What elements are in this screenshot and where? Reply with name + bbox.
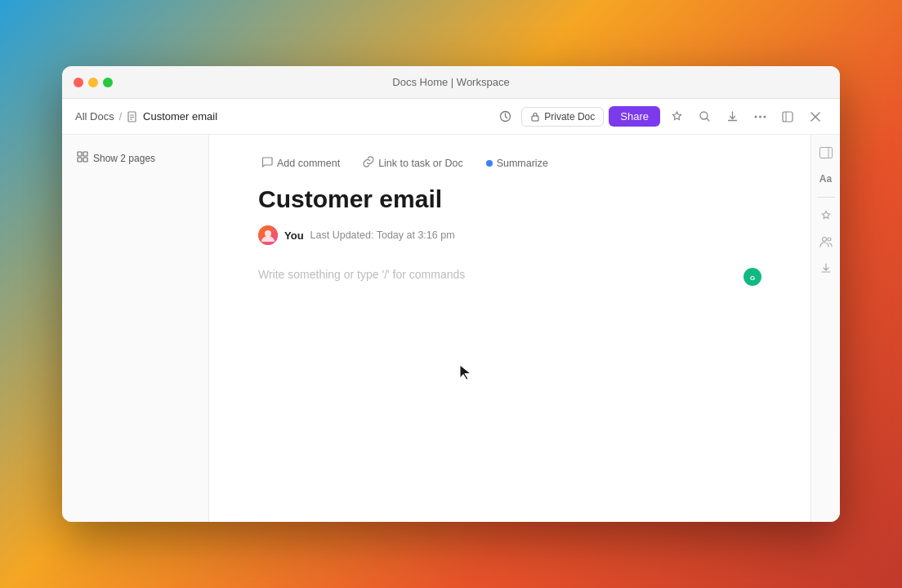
- private-doc-button[interactable]: Private Doc: [521, 107, 604, 127]
- more-options-button[interactable]: [748, 105, 771, 128]
- traffic-lights: [74, 78, 113, 87]
- svg-rect-24: [819, 148, 832, 158]
- download-right-button[interactable]: [815, 256, 837, 279]
- people-button[interactable]: [815, 230, 837, 253]
- star-right-button[interactable]: [815, 204, 837, 227]
- author-name: You: [284, 229, 304, 242]
- svg-point-10: [759, 115, 761, 118]
- add-comment-label: Add comment: [277, 158, 340, 169]
- svg-text:G: G: [750, 274, 755, 282]
- link-icon: [363, 156, 374, 170]
- ai-icon: G: [743, 268, 761, 286]
- show-pages-label: Show 2 pages: [93, 153, 155, 164]
- svg-rect-16: [78, 152, 82, 156]
- doc-content: Add comment Link to task or Doc: [209, 135, 810, 522]
- export-button[interactable]: [721, 105, 743, 128]
- link-task-button[interactable]: Link to task or Doc: [359, 154, 467, 172]
- doc-toolbar: Add comment Link to task or Doc: [258, 154, 761, 172]
- font-size-button[interactable]: Aa: [815, 167, 837, 190]
- font-icon: Aa: [819, 173, 832, 185]
- star-button[interactable]: [665, 105, 688, 128]
- main-area: Show 2 pages Add comment: [62, 135, 840, 522]
- show-pages-button[interactable]: Show 2 pages: [72, 148, 199, 168]
- minimize-button[interactable]: [88, 78, 98, 87]
- private-doc-label: Private Doc: [544, 111, 595, 122]
- write-area[interactable]: Write something or type '/' for commands…: [258, 268, 761, 286]
- app-window: Docs Home | Workspace All Docs / Custome…: [62, 66, 840, 522]
- history-button[interactable]: [493, 105, 516, 128]
- link-task-label: Link to task or Doc: [378, 158, 463, 169]
- author-row: You Last Updated: Today at 3:16 pm: [258, 225, 761, 245]
- svg-line-7: [707, 118, 709, 121]
- search-button[interactable]: [693, 105, 716, 128]
- comment-icon: [261, 156, 273, 170]
- maximize-button[interactable]: [103, 78, 113, 87]
- collapse-button[interactable]: [776, 105, 799, 128]
- breadcrumb-current: Customer email: [143, 110, 217, 122]
- window-title: Docs Home | Workspace: [392, 76, 509, 88]
- divider: [817, 197, 835, 198]
- svg-rect-12: [783, 112, 793, 122]
- title-bar: Docs Home | Workspace: [62, 66, 840, 99]
- summarize-label: Summarize: [497, 158, 548, 169]
- summarize-button[interactable]: Summarize: [483, 156, 551, 171]
- document-title[interactable]: Customer email: [258, 185, 761, 214]
- svg-rect-17: [83, 152, 87, 156]
- doc-area: Add comment Link to task or Doc: [209, 135, 840, 522]
- cursor: [458, 363, 473, 385]
- svg-rect-18: [78, 158, 82, 162]
- right-sidebar: Aa: [810, 135, 840, 522]
- svg-point-26: [822, 238, 826, 242]
- nav-actions: Private Doc Share: [493, 105, 827, 128]
- breadcrumb-separator: /: [119, 111, 122, 122]
- close-button[interactable]: [74, 78, 83, 87]
- breadcrumb-root[interactable]: All Docs: [75, 110, 114, 122]
- avatar: [258, 225, 278, 245]
- pages-icon: [77, 151, 88, 165]
- nav-bar: All Docs / Customer email: [62, 99, 840, 135]
- sidebar: Show 2 pages: [62, 135, 209, 522]
- close-window-button[interactable]: [804, 105, 827, 128]
- svg-rect-5: [532, 116, 538, 121]
- share-button[interactable]: Share: [609, 106, 660, 127]
- svg-point-21: [265, 230, 271, 237]
- last-updated: Last Updated: Today at 3:16 pm: [310, 229, 455, 241]
- collapse-sidebar-button[interactable]: [815, 141, 837, 164]
- summarize-dot-icon: [486, 160, 493, 167]
- doc-icon: [127, 111, 138, 122]
- breadcrumb: All Docs / Customer email: [75, 110, 487, 122]
- svg-point-9: [754, 115, 757, 118]
- svg-rect-19: [83, 158, 87, 162]
- svg-point-11: [763, 115, 766, 118]
- svg-point-27: [828, 238, 831, 241]
- add-comment-button[interactable]: Add comment: [258, 154, 343, 172]
- write-placeholder[interactable]: Write something or type '/' for commands: [258, 268, 735, 281]
